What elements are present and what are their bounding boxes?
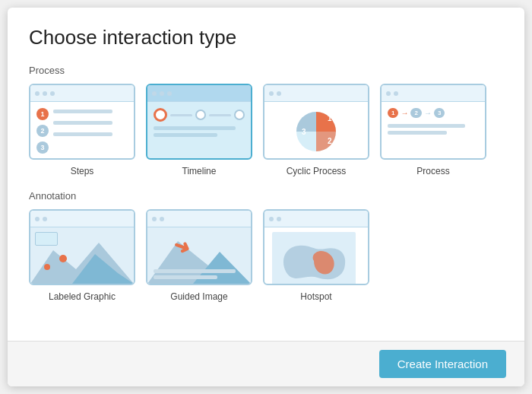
svg-text:3: 3 — [302, 128, 306, 136]
proc-lines — [388, 124, 479, 135]
label-dot-1 — [59, 255, 67, 262]
step-line-3 — [53, 132, 112, 136]
proc-box-1: 1 — [388, 108, 398, 118]
cyclic-label: Cyclic Process — [287, 166, 347, 176]
guided-line-1 — [154, 269, 236, 273]
labeled-icon — [30, 227, 134, 284]
card-hotspot-header — [264, 211, 368, 227]
card-steps-inner: 1 2 3 — [29, 84, 135, 160]
card-timeline-header — [147, 85, 251, 102]
guided-label: Guided Image — [170, 291, 227, 302]
tl-line-h — [170, 114, 192, 116]
card-process-header — [382, 85, 485, 102]
label-dot-2 — [44, 264, 50, 270]
header-dot-2 — [43, 91, 47, 96]
tl-dot-1 — [152, 91, 157, 96]
card-timeline-inner — [146, 84, 252, 160]
guided-text-lines — [154, 269, 245, 279]
guided-icon: ➜ — [147, 227, 251, 284]
timeline-row — [154, 108, 245, 122]
step-1: 1 — [36, 108, 49, 120]
section-label-process: Process — [29, 65, 503, 76]
card-timeline[interactable]: Timeline — [146, 84, 252, 176]
proc-dot-2 — [394, 91, 398, 96]
tl-circle-orange — [154, 108, 167, 122]
card-steps[interactable]: 1 2 3 Steps — [29, 84, 135, 176]
step-numbers: 1 2 3 — [36, 108, 49, 154]
cyc-dot-1 — [269, 91, 274, 96]
lab-dot-2 — [43, 217, 47, 221]
proc-line-2 — [388, 131, 447, 135]
timeline-text-lines — [154, 126, 245, 137]
card-labeled-inner — [29, 209, 135, 285]
process-label: Process — [416, 166, 449, 176]
dialog-title: Choose interaction type — [29, 26, 503, 49]
process-card-row: 1 2 3 Steps — [29, 84, 503, 176]
tl-circle-gray — [195, 110, 206, 120]
lab-dot-1 — [35, 217, 40, 221]
steps-label: Steps — [71, 166, 94, 176]
card-labeled-header — [30, 211, 134, 227]
create-interaction-button[interactable]: Create Interaction — [379, 350, 506, 378]
card-cyclic[interactable]: 1 2 3 Cyclic Process — [263, 84, 369, 176]
tl-dot-2 — [160, 91, 164, 96]
section-label-annotation: Annotation — [29, 190, 503, 202]
svg-text:2: 2 — [328, 137, 332, 145]
hot-dot-1 — [269, 217, 274, 221]
card-cyclic-inner: 1 2 3 — [263, 84, 369, 160]
step-line-2 — [53, 121, 112, 125]
process-icon: 1 → 2 → 3 — [382, 102, 485, 158]
tl-line-h2 — [209, 114, 231, 116]
proc-box-2: 2 — [410, 108, 421, 118]
hotspot-label: Hotspot — [300, 291, 331, 302]
process-steps-row: 1 → 2 → 3 — [388, 108, 479, 118]
card-hotspot[interactable]: Hotspot — [263, 209, 369, 302]
svg-text:1: 1 — [328, 114, 332, 122]
dialog: Choose interaction type Process 1 2 — [8, 8, 524, 386]
header-dot-3 — [50, 91, 55, 96]
card-steps-header — [30, 85, 134, 102]
labeled-label: Labeled Graphic — [49, 291, 116, 302]
proc-arrow-2: → — [424, 109, 432, 117]
tl-circle-gray2 — [234, 110, 245, 120]
proc-arrow-1: → — [401, 109, 408, 117]
card-guided-inner: ➜ — [146, 209, 252, 285]
header-dot-1 — [35, 91, 40, 96]
gui-dot-2 — [160, 217, 164, 221]
timeline-icon — [147, 102, 251, 158]
proc-dot-1 — [386, 91, 391, 96]
step-2: 2 — [36, 125, 49, 137]
label-box — [35, 232, 58, 246]
annotation-card-row: Labeled Graphic — [29, 209, 503, 302]
guided-line-2 — [154, 275, 217, 279]
hotspot-map-svg — [272, 232, 356, 284]
card-guided[interactable]: ➜ Guided Image — [146, 209, 252, 302]
tl-text-2 — [154, 133, 217, 137]
hot-dot-2 — [277, 217, 281, 221]
tl-text-1 — [154, 126, 236, 130]
proc-line-1 — [388, 124, 465, 128]
proc-box-3: 3 — [434, 108, 445, 118]
cyclic-icon: 1 2 3 — [264, 102, 368, 158]
steps-icon: 1 2 3 — [30, 102, 134, 158]
timeline-label: Timeline — [182, 166, 217, 176]
card-process[interactable]: 1 → 2 → 3 Process — [380, 84, 486, 176]
card-hotspot-inner — [263, 209, 369, 285]
step-lines — [53, 110, 128, 136]
tl-dot-3 — [167, 91, 172, 96]
dialog-body: Choose interaction type Process 1 2 — [8, 8, 524, 341]
card-labeled[interactable]: Labeled Graphic — [29, 209, 135, 302]
card-guided-header — [147, 211, 251, 227]
gui-dot-1 — [152, 217, 157, 221]
card-process-inner: 1 → 2 → 3 — [380, 84, 486, 160]
cyclic-svg: 1 2 3 — [290, 106, 343, 154]
card-cyclic-header — [264, 85, 368, 102]
step-line-1 — [53, 110, 112, 113]
step-3: 3 — [36, 141, 49, 154]
hotspot-icon — [264, 227, 368, 284]
dialog-footer: Create Interaction — [8, 341, 524, 386]
cyc-dot-2 — [277, 91, 281, 96]
